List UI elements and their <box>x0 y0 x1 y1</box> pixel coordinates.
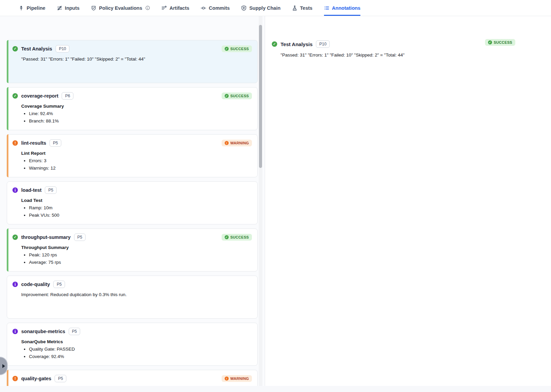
annotation-card[interactable]: code-quality P5 Improvement: Reduced dup… <box>7 276 258 319</box>
bullet-list: Errors: 3Warnings: 12 <box>21 158 252 171</box>
status-icon <box>225 235 229 239</box>
status-badge: SUCCESS <box>222 45 252 52</box>
tab-label: Supply Chain <box>249 5 281 11</box>
priority-badge: P10 <box>316 40 330 48</box>
card-accent-bar <box>7 87 8 130</box>
status-icon <box>488 40 492 44</box>
bullet-item: Warnings: 12 <box>29 166 252 171</box>
annotation-card[interactable]: sonarqube-metrics P5 SonarQube Metrics Q… <box>7 323 258 366</box>
status-badge: SUCCESS <box>485 39 515 46</box>
annotation-heading: Load Test <box>21 198 252 203</box>
annotation-detail-panel: Test Analysis P10 SUCCESS "Passed: 31" "… <box>265 16 551 386</box>
shield-icon <box>241 5 247 11</box>
annotation-text: "Passed: 31" "Errors: 1" "Failed: 10" "S… <box>21 57 252 62</box>
shield-check-icon <box>91 5 96 11</box>
annotation-heading: SonarQube Metrics <box>21 339 252 344</box>
detail-header: Test Analysis P10 SUCCESS <box>272 40 551 48</box>
status-icon <box>225 94 229 98</box>
info-icon <box>12 329 18 334</box>
annotation-card[interactable]: coverage-report P6 SUCCESS Coverage Summ… <box>7 87 258 130</box>
card-header: Test Analysis P10 SUCCESS <box>12 45 252 52</box>
list-plus-icon <box>161 5 167 11</box>
tab-tests[interactable]: Tests <box>292 0 313 16</box>
status-badge: SUCCESS <box>222 234 252 241</box>
success-icon <box>12 46 18 51</box>
tab-label: Policy Evaluations <box>99 5 142 11</box>
annotations-page: Pipeline Inputs Policy Evaluations Artif… <box>0 0 551 392</box>
top-nav: Pipeline Inputs Policy Evaluations Artif… <box>0 0 551 16</box>
status-label: SUCCESS <box>230 94 249 98</box>
flask-icon <box>292 5 297 11</box>
tab-label: Annotations <box>332 5 361 11</box>
tab-annotations[interactable]: Annotations <box>324 0 361 16</box>
status-badge: WARNING <box>222 140 252 146</box>
tab-commits[interactable]: Commits <box>201 0 230 16</box>
annotation-title: quality-gates <box>21 376 51 381</box>
card-body: Lint Report Errors: 3Warnings: 12 <box>21 151 252 171</box>
card-accent-bar <box>7 228 8 272</box>
priority-badge: P5 <box>69 328 80 335</box>
tab-supply-chain[interactable]: Supply Chain <box>241 0 281 16</box>
bullet-item: Line: 92.4% <box>29 111 252 116</box>
card-accent-bar <box>7 370 8 386</box>
bullet-item: Peak: 120 rps <box>29 252 252 257</box>
annotation-card[interactable]: throughput-summary P5 SUCCESS Throughput… <box>7 228 258 272</box>
priority-badge: P6 <box>62 92 73 100</box>
bullet-item: Quality Gate: PASSED <box>29 347 252 352</box>
status-label: SUCCESS <box>230 47 249 51</box>
card-header: quality-gates P5 WARNING <box>12 375 252 382</box>
info-icon <box>12 282 18 287</box>
annotation-title: code-quality <box>21 282 50 287</box>
status-badge: WARNING <box>222 375 252 382</box>
priority-badge: P5 <box>74 234 86 241</box>
status-icon <box>225 377 229 381</box>
bullet-list: Ramp: 10mPeak VUs: 500 <box>21 205 252 218</box>
annotation-heading: Throughput Summary <box>21 245 252 250</box>
annotation-card[interactable]: lint-results P5 WARNING Lint Report Erro… <box>7 134 258 177</box>
git-commit-icon <box>201 5 206 11</box>
warning-icon <box>12 140 18 146</box>
priority-badge: P5 <box>50 139 61 147</box>
card-accent-bar <box>7 40 8 83</box>
annotation-title: throughput-summary <box>21 235 71 240</box>
annotation-list-region: Test Analysis P10 SUCCESS "Passed: 31" "… <box>0 16 265 386</box>
annotation-title: coverage-report <box>21 93 58 99</box>
sliders-icon <box>57 5 62 11</box>
card-body: Load Test Ramp: 10mPeak VUs: 500 <box>21 198 252 218</box>
info-icon <box>145 6 150 10</box>
tab-artifacts[interactable]: Artifacts <box>161 0 189 16</box>
success-icon <box>272 41 277 47</box>
status-label: WARNING <box>230 377 249 381</box>
success-icon <box>12 93 18 99</box>
bullet-list: Peak: 120 rpsAverage: 75 rps <box>21 252 252 265</box>
bullet-list: Quality Gate: PASSEDCoverage: 92.4% <box>21 347 252 359</box>
card-header: lint-results P5 WARNING <box>12 139 252 147</box>
priority-badge: P5 <box>53 281 65 288</box>
detail-body-text: "Passed: 31" "Errors: 1" "Failed: 10" "S… <box>281 52 551 58</box>
bullet-item: Peak VUs: 500 <box>29 213 252 218</box>
tab-label: Tests <box>300 5 313 11</box>
status-label: WARNING <box>230 141 249 145</box>
tab-pipeline[interactable]: Pipeline <box>19 0 45 16</box>
annotation-heading: Lint Report <box>21 151 252 156</box>
tab-inputs[interactable]: Inputs <box>57 0 80 16</box>
annotation-title: Test Analysis <box>21 46 52 51</box>
annotation-card[interactable]: load-test P5 Load Test Ramp: 10mPeak VUs… <box>7 181 258 224</box>
priority-badge: P5 <box>45 186 57 194</box>
bullet-item: Coverage: 92.4% <box>29 354 252 359</box>
pipeline-icon <box>19 5 24 11</box>
annotation-text: Improvement: Reduced duplication by 0.3%… <box>21 292 252 297</box>
annotation-card[interactable]: Test Analysis P10 SUCCESS "Passed: 31" "… <box>7 40 258 83</box>
card-body: Coverage Summary Line: 92.4%Branch: 88.1… <box>21 104 252 123</box>
priority-badge: P5 <box>55 375 66 382</box>
success-icon <box>12 235 18 240</box>
annotations-list-icon <box>324 5 329 11</box>
tab-policy-evaluations[interactable]: Policy Evaluations <box>91 0 150 16</box>
annotation-list: Test Analysis P10 SUCCESS "Passed: 31" "… <box>7 40 258 386</box>
bullet-list: Line: 92.4%Branch: 88.1% <box>21 111 252 123</box>
status-label: SUCCESS <box>494 40 512 44</box>
card-accent-bar <box>7 134 8 177</box>
card-header: sonarqube-metrics P5 <box>12 328 252 335</box>
annotation-card[interactable]: quality-gates P5 WARNING Quality Gates <box>7 370 258 386</box>
scrollbar-thumb[interactable] <box>259 25 262 168</box>
